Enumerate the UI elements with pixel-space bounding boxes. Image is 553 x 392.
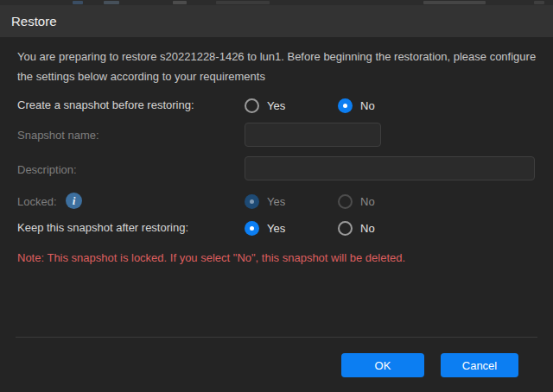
radio-label-no: No [360,222,375,235]
locked-no-option: No [338,193,375,210]
radio-create-snapshot-yes[interactable] [245,98,259,113]
locked-yes-option: Yes [245,193,285,210]
restore-dialog: Restore You are preparing to restore s20… [0,0,553,392]
cancel-button[interactable]: Cancel [441,353,518,377]
radio-label-no: No [360,99,375,112]
create-snapshot-yes-option[interactable]: Yes [245,98,285,114]
radio-locked-yes [245,194,259,209]
dialog-titlebar: Restore [0,5,553,37]
radio-label-yes: Yes [267,195,285,208]
locked-label: Locked: [17,195,57,208]
info-icon[interactable]: i [66,193,82,209]
radio-keep-snapshot-yes[interactable] [245,221,259,236]
background-fragment [173,1,187,4]
radio-label-yes: Yes [267,222,285,235]
locked-warning-note: Note: This snapshot is locked. If you se… [17,251,405,264]
keep-snapshot-yes-option[interactable]: Yes [245,220,285,237]
ok-button[interactable]: OK [341,353,424,377]
description-input [245,156,535,180]
radio-label-yes: Yes [267,99,285,112]
keep-snapshot-no-option[interactable]: No [338,220,375,237]
background-fragment [216,1,270,4]
radio-locked-no [338,194,353,209]
footer-divider [16,337,537,338]
create-snapshot-label: Create a snapshot before restoring: [17,98,194,111]
background-fragment [73,1,83,4]
radio-label-no: No [360,195,375,208]
keep-snapshot-label: Keep this snapshot after restoring: [17,221,188,234]
create-snapshot-no-option[interactable]: No [338,98,375,114]
description-label: Description: [17,163,77,176]
background-fragment [104,1,119,4]
radio-create-snapshot-no[interactable] [338,98,353,113]
snapshot-name-label: Snapshot name: [17,129,99,142]
background-fragment [534,1,544,4]
radio-keep-snapshot-no[interactable] [338,221,353,236]
dialog-title: Restore [11,5,57,37]
intro-text: You are preparing to restore s20221228-1… [17,47,543,86]
snapshot-name-input [245,123,381,147]
background-fragment [423,1,486,4]
